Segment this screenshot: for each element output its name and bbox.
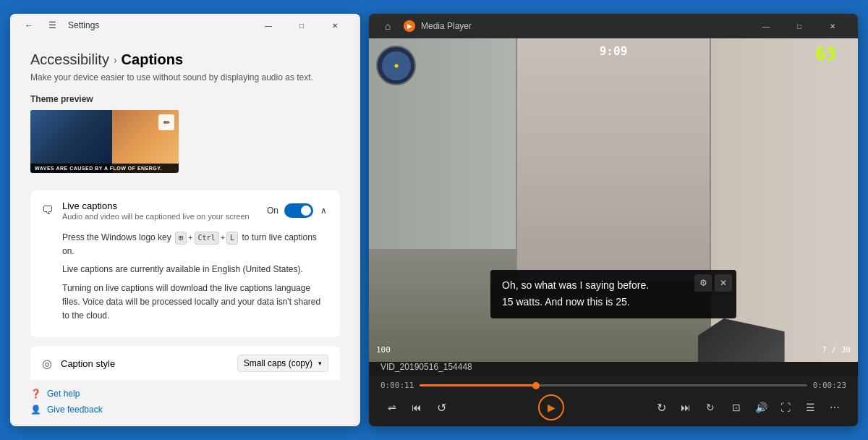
media-home-button[interactable]: ⌂ (378, 16, 398, 36)
feedback-icon: 👤 (30, 405, 41, 415)
playlist-button[interactable]: ☰ (799, 396, 822, 419)
gear-icon: ⚙ (699, 278, 707, 288)
chevron-down-icon: ▾ (318, 360, 322, 367)
fullscreen-button[interactable]: ⛶ (774, 396, 797, 419)
shortcut-text: Press the Windows logo key ⊞ + Ctrl + L … (62, 231, 328, 258)
breadcrumb-separator: › (114, 54, 117, 66)
cast-button[interactable]: ⊡ (725, 396, 748, 419)
live-captions-card: 🗨 Live captions Audio and video will be … (30, 190, 340, 337)
more-button[interactable]: ⋯ (823, 396, 846, 419)
theme-preview-label: Theme preview (30, 94, 340, 104)
settings-footer: ❓ Get help 👤 Give feedback (10, 380, 360, 426)
page-description: Make your device easier to use without s… (30, 72, 340, 82)
game-health: 100 (376, 345, 391, 355)
caption-style-dropdown[interactable]: Small caps (copy) ▾ (237, 355, 328, 372)
caption-close-button[interactable]: ✕ (715, 274, 732, 292)
volume-button[interactable]: 🔊 (749, 396, 773, 419)
shuffle-button[interactable]: ⇌ (380, 396, 404, 419)
preview-caption-bar: WAVES ARE CAUSED BY A FLOW OF ENERGY. (30, 164, 179, 173)
play-icon: ▶ (548, 402, 556, 413)
settings-titlebar: ← ☰ Settings — □ ✕ (10, 14, 360, 37)
controls-center: ▶ (538, 394, 564, 420)
media-player-window: ⌂ ▶ Media Player — □ ✕ (369, 14, 858, 426)
media-app-icon: ▶ (404, 20, 415, 32)
filename-label: VID_20190516_154448 (369, 362, 858, 376)
home-icon: ⌂ (385, 20, 391, 32)
game-score: 63 (815, 44, 836, 64)
breadcrumb-current: Captions (122, 51, 184, 68)
controls-right-group: ↻ ⏭ ↻ ⊡ 🔊 ⛶ ☰ (650, 396, 846, 419)
media-win-controls: — □ ✕ (749, 14, 849, 38)
window-controls: — □ ✕ (252, 14, 352, 37)
shuffle-icon: ⇌ (388, 402, 396, 413)
back-button[interactable]: ← (19, 15, 39, 35)
maximize-button[interactable]: □ (285, 14, 318, 37)
repeat-icon: ↻ (706, 402, 715, 413)
playlist-icon: ☰ (806, 402, 815, 413)
fullscreen-icon: ⛶ (780, 402, 791, 413)
time-current: 0:00:11 (380, 381, 414, 390)
breadcrumb-parent[interactable]: Accessibility (30, 51, 109, 68)
next-icon: ⏭ (681, 402, 691, 413)
preview-edit-button[interactable]: ✏ (158, 114, 174, 130)
cast-icon: ⊡ (732, 402, 741, 413)
media-controls: 0:00:11 0:00:23 ⇌ ⏮ ↺ ▶ (369, 376, 858, 426)
prev-icon: ⏮ (412, 402, 422, 413)
close-icon: ✕ (720, 278, 727, 288)
forward-button[interactable]: ↻ (650, 396, 673, 419)
caption-controls: ⚙ ✕ (694, 274, 732, 292)
privacy-text: Turning on live captions will download t… (62, 282, 328, 323)
progress-thumb (532, 382, 540, 389)
settings-window: ← ☰ Settings — □ ✕ Accessibility › Capti… (10, 14, 360, 426)
progress-bar-container: 0:00:11 0:00:23 (380, 381, 846, 390)
caption-style-label: Caption style (61, 358, 229, 369)
caption-overlay: Oh, so what was I saying before. 15 watt… (490, 270, 736, 318)
progress-fill (420, 384, 536, 386)
live-captions-description: Audio and video will be captioned live o… (62, 212, 258, 221)
caption-line-1: Oh, so what was I saying before. (502, 279, 725, 293)
live-captions-row: 🗨 Live captions Audio and video will be … (30, 190, 340, 231)
titlebar-left: ← ☰ Settings (19, 15, 99, 35)
game-minimap (376, 46, 416, 85)
theme-preview: WAVES ARE CAUSED BY A FLOW OF ENERGY. ✏ (30, 110, 179, 173)
give-feedback-link[interactable]: 👤 Give feedback (30, 405, 340, 415)
volume-icon: 🔊 (755, 402, 767, 413)
live-captions-toggle[interactable] (284, 203, 313, 218)
get-help-link[interactable]: ❓ Get help (30, 389, 340, 399)
media-minimize-button[interactable]: — (749, 14, 783, 38)
settings-content: Accessibility › Captions Make your devic… (10, 37, 360, 380)
video-area: 9:09 63 100 7 / 30 Oh, so what was I say… (369, 38, 858, 362)
toggle-label: On (267, 206, 278, 216)
titlebar-nav: ← ☰ (19, 15, 62, 35)
live-captions-text: Live captions Audio and video will be ca… (62, 200, 258, 221)
window-title: Settings (68, 20, 99, 30)
rewind-button[interactable]: ↺ (430, 396, 453, 419)
live-captions-details: Press the Windows logo key ⊞ + Ctrl + L … (30, 231, 340, 337)
minimap-dot (394, 64, 398, 67)
progress-track[interactable] (420, 384, 807, 386)
caption-style-card: ◎ Caption style Small caps (copy) ▾ Edit… (30, 346, 340, 380)
media-close-button[interactable]: ✕ (816, 14, 849, 38)
breadcrumb: Accessibility › Captions (30, 51, 340, 68)
controls-row: ⇌ ⏮ ↺ ▶ ↻ ⏭ (380, 394, 846, 420)
media-titlebar: ⌂ ▶ Media Player — □ ✕ (369, 14, 858, 38)
next-button[interactable]: ⏭ (674, 396, 697, 419)
prev-button[interactable]: ⏮ (405, 396, 428, 419)
controls-left: ⇌ ⏮ ↺ (380, 396, 453, 419)
caption-style-row: ◎ Caption style Small caps (copy) ▾ (30, 346, 340, 380)
play-button[interactable]: ▶ (538, 394, 564, 420)
minimize-button[interactable]: — (252, 14, 285, 37)
close-button[interactable]: ✕ (318, 14, 352, 37)
keyboard-shortcut: ⊞ + Ctrl + L (175, 232, 238, 245)
captions-icon: 🗨 (42, 204, 54, 217)
game-building (516, 38, 711, 281)
game-timer: 9:09 (600, 44, 628, 58)
forward-icon: ↻ (657, 401, 666, 415)
media-maximize-button[interactable]: □ (783, 14, 816, 38)
expand-button[interactable]: ∧ (319, 204, 328, 217)
caption-settings-button[interactable]: ⚙ (694, 274, 712, 292)
repeat-button[interactable]: ↻ (699, 396, 722, 419)
toggle-thumb (301, 206, 311, 216)
media-title-left: ⌂ ▶ Media Player (378, 16, 472, 36)
menu-button[interactable]: ☰ (42, 15, 62, 35)
